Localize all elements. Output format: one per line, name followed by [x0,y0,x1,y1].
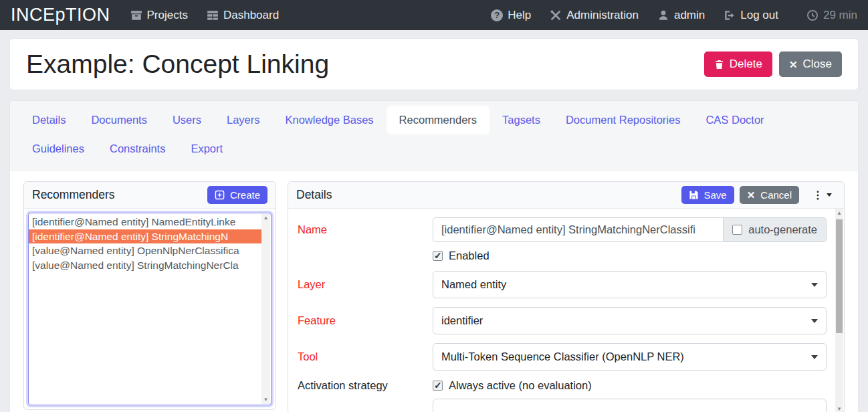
tab-constraints[interactable]: Constraints [97,134,178,163]
layer-select[interactable]: Named entity [433,271,827,298]
close-icon: ✕ [789,60,798,70]
create-button[interactable]: Create [207,186,267,204]
logout-icon [724,9,736,21]
panel-menu-button[interactable]: ⋮ [808,187,836,203]
nav-administration[interactable]: Administration [550,9,639,22]
question-circle-icon: ? [491,9,503,21]
tab-layers[interactable]: Layers [214,106,273,134]
delete-button-label: Delete [730,58,762,71]
save-button[interactable]: Save [681,186,734,204]
activation-strategy-label: Activation strategy [298,379,433,392]
scroll-up-icon[interactable]: ▲ [263,215,269,221]
feature-select-value: identifier [441,314,483,327]
tab-details[interactable]: Details [19,106,78,134]
person-icon [657,9,669,21]
scroll-down-icon[interactable]: ▼ [837,406,842,412]
create-button-label: Create [230,189,260,201]
top-navbar: INCEpTION Projects Dashboard ? Help Admi… [0,0,868,30]
cancel-icon: ✕ [747,190,756,200]
list-item[interactable]: [identifier@Named entity] StringMatching… [29,229,261,244]
clock-icon [806,9,819,21]
scrollbar-thumb[interactable] [836,219,843,333]
details-panel-title: Details [296,188,676,202]
scroll-down-icon[interactable]: ▼ [263,397,269,403]
layer-label: Layer [298,278,433,291]
auto-generate-addon: auto-generate [724,217,827,242]
nav-logout[interactable]: Log out [724,9,778,22]
list-item[interactable]: [value@Named entity] StringMatchingNerCl… [29,258,261,273]
nav-projects[interactable]: Projects [130,9,188,22]
select-caret-icon [811,319,818,323]
tab-recommenders[interactable]: Recommenders [387,106,490,134]
kebab-icon: ⋮ [812,190,823,201]
tab-documents[interactable]: Documents [78,106,159,134]
tool-select-value: Multi-Token Sequence Classifier (OpenNLP… [441,350,684,363]
tab-cas-doctor[interactable]: CAS Doctor [693,106,776,134]
plus-square-icon [215,190,225,200]
select-caret-icon [811,283,818,287]
chevron-down-icon [827,193,832,197]
feature-select[interactable]: identifier [433,307,827,334]
enabled-checkbox[interactable] [433,251,443,261]
tools-icon [550,9,562,21]
nav-help-label: Help [508,9,531,22]
settings-tabs: Details Documents Users Layers Knowledge… [10,101,858,171]
name-label: Name [298,223,433,236]
tab-knowledge-bases[interactable]: Knowledge Bases [273,106,387,134]
save-button-label: Save [704,189,727,201]
nav-logout-label: Log out [740,9,778,22]
auto-generate-checkbox[interactable] [732,225,742,235]
nav-user-label: admin [674,9,705,22]
clipped-next-field [433,399,827,412]
tab-guidelines[interactable]: Guidelines [19,134,97,163]
recommenders-panel: Recommenders Create [identifier@Named en… [23,181,276,410]
details-panel: Details Save ✕ Cancel ⋮ [288,181,845,412]
session-timer: 29 min [806,9,857,22]
page-title: Example: Concept Linking [26,49,329,79]
archive-icon [130,9,142,21]
layer-select-value: Named entity [441,278,506,291]
scroll-up-icon[interactable]: ▲ [837,210,842,216]
close-button-label: Close [803,58,832,71]
nav-administration-label: Administration [566,9,639,22]
tool-label: Tool [298,350,433,363]
enabled-label: Enabled [449,249,490,262]
nav-help[interactable]: ? Help [491,9,531,22]
list-item[interactable]: [identifier@Named entity] NamedEntityLin… [29,215,261,229]
close-button[interactable]: ✕ Close [779,51,842,77]
trash-icon [714,60,724,70]
recommenders-panel-title: Recommenders [32,188,202,202]
nav-user[interactable]: admin [657,9,705,22]
nav-projects-label: Projects [147,9,188,22]
session-timer-label: 29 min [823,9,857,22]
listbox-scrollbar[interactable]: ▲ ▼ [261,214,270,404]
list-item[interactable]: [value@Named entity] OpenNlpNerClassific… [29,243,261,258]
tab-users[interactable]: Users [160,106,214,134]
delete-button[interactable]: Delete [704,51,772,77]
recommender-listbox[interactable]: [identifier@Named entity] NamedEntityLin… [28,213,272,405]
nav-dashboard-label: Dashboard [223,9,279,22]
tab-export[interactable]: Export [178,134,235,163]
save-icon [689,190,699,200]
cancel-button[interactable]: ✕ Cancel [740,186,799,204]
nav-dashboard[interactable]: Dashboard [207,9,279,22]
auto-generate-label: auto-generate [748,223,817,236]
name-input[interactable] [433,217,724,242]
always-active-checkbox[interactable] [433,381,443,391]
project-header: Example: Concept Linking Delete ✕ Close [9,38,859,90]
tool-select[interactable]: Multi-Token Sequence Classifier (OpenNLP… [433,343,827,371]
tab-document-repositories[interactable]: Document Repositories [553,106,693,134]
app-logo[interactable]: INCEpTION [11,5,110,25]
cancel-button-label: Cancel [760,189,792,201]
details-form: Name auto-generate Enabled [288,209,844,412]
select-caret-icon [811,355,818,359]
feature-label: Feature [298,314,433,327]
settings-card: Details Documents Users Layers Knowledge… [9,100,859,412]
tab-tagsets[interactable]: Tagsets [490,106,553,134]
always-active-label: Always active (no evaluation) [449,379,592,392]
details-scrollbar[interactable]: ▲ ▼ [835,209,843,412]
table-icon [207,9,219,21]
